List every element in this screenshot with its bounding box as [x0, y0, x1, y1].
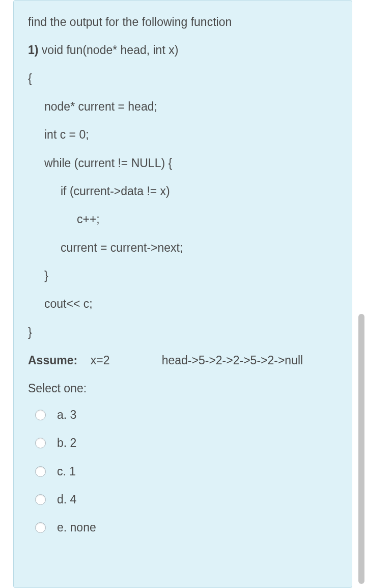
option-b[interactable]: b. 2: [35, 435, 337, 451]
option-label: a. 3: [57, 407, 76, 423]
code-line: c++;: [28, 211, 337, 228]
code-line: {: [28, 70, 337, 87]
function-signature: 1) void fun(node* head, int x): [28, 42, 337, 59]
question-card: find the output for the following functi…: [13, 0, 352, 588]
prompt-text: find the output for the following functi…: [28, 14, 337, 31]
assume-values: x=2 head->5->2->2->5->2->null: [77, 354, 303, 367]
option-label: c. 1: [57, 463, 76, 480]
assume-block: Assume: x=2 head->5->2->2->5->2->null: [28, 352, 337, 369]
code-line: cout<< c;: [28, 296, 337, 312]
radio-icon[interactable]: [35, 494, 46, 505]
code-line: int c = 0;: [28, 126, 337, 143]
option-d[interactable]: d. 4: [35, 491, 337, 508]
code-block: { node* current = head; int c = 0; while…: [28, 70, 337, 341]
radio-icon[interactable]: [35, 438, 46, 448]
select-one-label: Select one:: [28, 380, 337, 397]
assume-label: Assume:: [28, 354, 77, 367]
radio-icon[interactable]: [35, 522, 46, 533]
option-e[interactable]: e. none: [35, 519, 337, 536]
scrollbar-thumb[interactable]: [358, 314, 364, 584]
code-line: if (current->data != x): [28, 183, 337, 200]
option-a[interactable]: a. 3: [35, 407, 337, 423]
signature-text: void fun(node* head, int x): [38, 43, 178, 57]
option-c[interactable]: c. 1: [35, 463, 337, 480]
option-label: d. 4: [57, 491, 76, 508]
code-line: current = current->next;: [28, 239, 337, 256]
radio-icon[interactable]: [35, 466, 46, 477]
question-stem: find the output for the following functi…: [28, 14, 337, 369]
code-line: while (current != NULL) {: [28, 155, 337, 172]
question-number: 1): [28, 43, 38, 57]
radio-icon[interactable]: [35, 410, 46, 420]
options-list: a. 3 b. 2 c. 1 d. 4 e. none: [28, 407, 337, 537]
code-line: }: [28, 324, 337, 341]
code-line: node* current = head;: [28, 98, 337, 115]
code-line: }: [28, 268, 337, 284]
option-label: e. none: [57, 519, 96, 536]
option-label: b. 2: [57, 435, 76, 451]
